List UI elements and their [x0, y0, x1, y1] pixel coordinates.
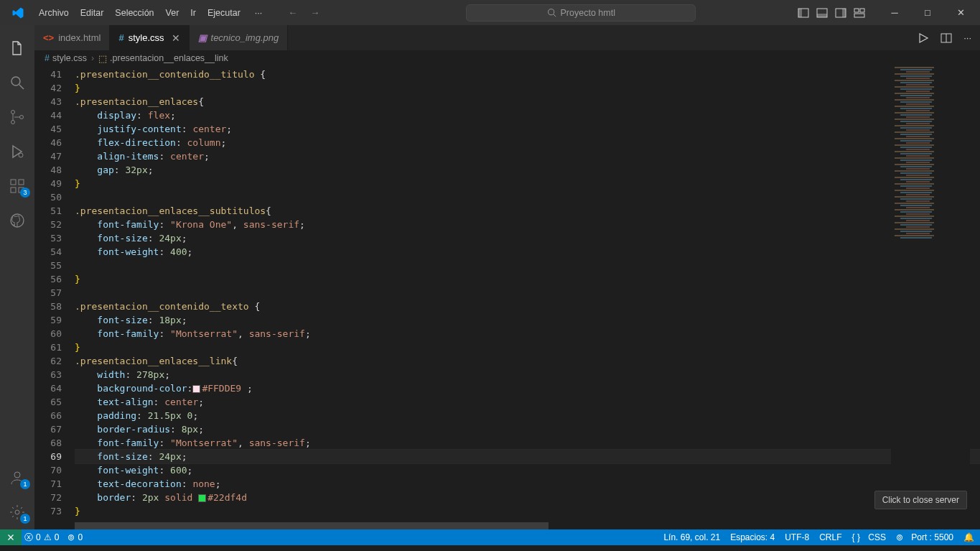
vscode-logo-icon: [6, 6, 30, 19]
layout-left-icon[interactable]: [798, 7, 809, 19]
tab-label: tecnico_img.png: [211, 32, 279, 43]
status-problems[interactable]: ⓧ0 ⚠0: [24, 532, 59, 544]
status-bar: ⓧ0 ⚠0 ⊚0 Lín. 69, col. 21 Espacios: 4 UT…: [0, 529, 980, 545]
svg-rect-17: [11, 180, 16, 185]
remote-indicator-icon[interactable]: [0, 529, 22, 545]
breadcrumbs[interactable]: # style.css › ⬚ .presentacion__enlaces__…: [34, 50, 980, 66]
split-editor-icon[interactable]: [941, 32, 952, 44]
status-spaces[interactable]: Espacios: 4: [730, 532, 775, 542]
title-bar: ArchivoEditarSelecciónVerIrEjecutar ··· …: [0, 0, 980, 25]
tab-label: index.html: [58, 32, 101, 43]
svg-rect-5: [817, 14, 827, 17]
activity-bar: 3 1 1: [0, 25, 34, 529]
layout-bottom-icon[interactable]: [816, 7, 828, 19]
svg-point-23: [15, 510, 19, 514]
status-language[interactable]: { } CSS: [852, 532, 886, 542]
search-icon: [547, 8, 556, 17]
tab-label: style.css: [129, 32, 164, 43]
window-minimize-icon[interactable]: ─: [881, 3, 908, 23]
radio-icon: ⊚: [67, 532, 75, 542]
css-file-icon: #: [118, 32, 123, 43]
svg-rect-18: [11, 187, 16, 193]
run-debug-icon[interactable]: [0, 134, 34, 169]
menu-editar[interactable]: Editar: [75, 5, 110, 21]
window-maximize-icon[interactable]: □: [914, 3, 941, 23]
extensions-badge: 3: [20, 187, 30, 198]
svg-point-22: [14, 472, 20, 478]
menu-bar[interactable]: ArchivoEditarSelecciónVerIrEjecutar: [33, 5, 246, 21]
tab-index-html[interactable]: <>index.html: [34, 25, 110, 50]
status-bell-icon[interactable]: 🔔: [963, 532, 974, 542]
color-swatch-icon: [192, 385, 200, 393]
css-symbol-icon: ⬚: [98, 53, 107, 64]
status-radio[interactable]: ⊚0: [67, 532, 83, 542]
html-file-icon: <>: [43, 32, 54, 43]
error-icon: ⓧ: [24, 532, 33, 544]
img-file-icon: ▣: [198, 32, 207, 43]
menu-overflow-icon[interactable]: ···: [249, 5, 268, 21]
status-encoding[interactable]: UTF-8: [785, 532, 809, 542]
menu-ir[interactable]: Ir: [185, 5, 202, 21]
status-eol[interactable]: CRLF: [819, 532, 841, 542]
svg-line-1: [553, 14, 555, 17]
svg-rect-7: [842, 9, 846, 17]
extensions-icon[interactable]: 3: [0, 169, 34, 203]
more-actions-icon[interactable]: ···: [963, 32, 971, 43]
svg-point-15: [20, 116, 24, 119]
broadcast-icon: ⊚: [896, 532, 903, 542]
account-icon[interactable]: 1: [0, 460, 34, 495]
menu-selección[interactable]: Selección: [109, 5, 159, 21]
breadcrumb-file: style.css: [52, 53, 87, 63]
command-center-search[interactable]: Proyecto hmtl: [466, 4, 696, 22]
nav-forward-icon[interactable]: →: [310, 7, 319, 18]
close-icon[interactable]: ✕: [172, 32, 180, 44]
svg-line-12: [19, 85, 24, 89]
github-icon[interactable]: [0, 203, 34, 238]
status-cursor[interactable]: Lín. 69, col. 21: [663, 532, 720, 542]
menu-ejecutar[interactable]: Ejecutar: [202, 5, 246, 21]
css-file-icon: #: [45, 53, 50, 63]
explorer-icon[interactable]: [0, 31, 34, 65]
search-placeholder: Proyecto hmtl: [561, 8, 615, 18]
svg-point-14: [11, 121, 15, 124]
code-content[interactable]: .presentacion__contenido__titulo {}.pres…: [75, 66, 980, 529]
tooltip: Click to close server: [874, 491, 967, 509]
svg-point-11: [11, 77, 20, 85]
settings-badge: 1: [20, 514, 30, 524]
layout-custom-icon[interactable]: [854, 7, 865, 19]
tab-style-css[interactable]: #style.css✕: [110, 25, 189, 50]
svg-rect-20: [19, 180, 24, 185]
nav-back-icon[interactable]: ←: [288, 7, 297, 18]
svg-rect-10: [854, 14, 864, 17]
title-right-controls: ─ □ ✕: [798, 3, 974, 23]
editor-tabs: <>index.html#style.css✕▣tecnico_img.png …: [34, 25, 980, 50]
svg-rect-9: [860, 9, 864, 12]
search-icon[interactable]: [0, 65, 34, 100]
status-live-server[interactable]: ⊚ Port : 5500: [896, 532, 953, 542]
minimap[interactable]: [891, 66, 970, 529]
svg-point-16: [19, 153, 23, 157]
settings-gear-icon[interactable]: 1: [0, 495, 34, 529]
window-close-icon[interactable]: ✕: [947, 3, 974, 23]
svg-rect-8: [854, 9, 859, 12]
layout-right-icon[interactable]: [835, 7, 846, 19]
run-icon[interactable]: [918, 32, 929, 44]
horizontal-scrollbar[interactable]: [75, 522, 549, 529]
source-control-icon[interactable]: [0, 100, 34, 134]
color-swatch-icon: [198, 494, 206, 502]
svg-rect-3: [798, 9, 802, 17]
menu-archivo[interactable]: Archivo: [33, 5, 75, 21]
account-badge: 1: [20, 479, 30, 489]
line-gutter: 4142434445464748495051525354555657585960…: [34, 66, 75, 529]
svg-point-13: [11, 111, 15, 114]
menu-ver[interactable]: Ver: [160, 5, 185, 21]
tab-tecnico_img-png[interactable]: ▣tecnico_img.png: [190, 25, 289, 50]
editor-body[interactable]: 4142434445464748495051525354555657585960…: [34, 66, 980, 529]
warning-icon: ⚠: [44, 532, 52, 542]
svg-point-0: [548, 9, 554, 15]
breadcrumb-symbol: .presentacion__enlaces__link: [110, 53, 228, 63]
